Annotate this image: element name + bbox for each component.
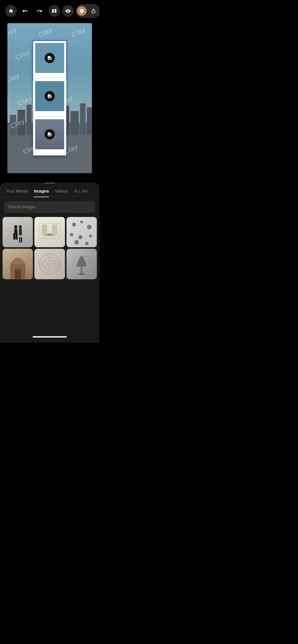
- frame-inner-2: +: [35, 81, 64, 111]
- split-view-button[interactable]: [48, 5, 60, 17]
- grid-item-1[interactable]: [3, 217, 33, 247]
- svg-point-35: [89, 235, 92, 238]
- share-button[interactable]: [88, 5, 99, 17]
- svg-rect-8: [71, 111, 79, 135]
- svg-point-32: [87, 225, 91, 229]
- toolbar-left: [5, 5, 45, 17]
- svg-rect-10: [87, 107, 92, 135]
- svg-rect-45: [81, 267, 82, 274]
- svg-rect-20: [16, 233, 18, 240]
- tab-ai-art[interactable]: A.I. Art: [74, 189, 87, 197]
- svg-rect-2: [18, 110, 25, 135]
- toolbar-right: [48, 4, 99, 18]
- arch-silhouette: [3, 249, 33, 279]
- svg-rect-9: [80, 103, 86, 135]
- preview-button[interactable]: [62, 5, 74, 17]
- svg-point-37: [85, 242, 88, 245]
- split-icon: [51, 8, 57, 14]
- photo-frame-3[interactable]: +: [33, 117, 66, 155]
- dark-texture-svg: [66, 217, 97, 247]
- svg-text:+: +: [50, 132, 51, 134]
- arch-svg: [8, 249, 28, 279]
- redo-button[interactable]: [34, 5, 45, 17]
- svg-rect-22: [19, 229, 22, 234]
- svg-text:+: +: [50, 56, 51, 58]
- svg-point-21: [19, 225, 22, 229]
- toolbar-right-group: [76, 4, 99, 18]
- lamp-silhouette: [66, 249, 97, 279]
- canvas-image-container: Clay Clay Clay Clay Clay Clay Clay Clay …: [7, 23, 92, 173]
- svg-rect-24: [21, 237, 22, 243]
- bottom-sheet: Your Media Images Videos A.I. Art: [0, 183, 99, 330]
- frame-inner-1: +: [35, 43, 64, 73]
- eye-icon: [65, 8, 71, 14]
- redo-icon: [37, 8, 42, 14]
- lamp-svg: [73, 253, 90, 275]
- image-grid: [0, 217, 99, 279]
- dark-texture: [66, 217, 97, 247]
- grid-item-6[interactable]: [66, 249, 97, 279]
- svg-point-30: [72, 223, 76, 227]
- room-silhouette: [34, 217, 65, 247]
- add-photo-button-2[interactable]: +: [45, 91, 55, 101]
- svg-point-33: [70, 233, 73, 237]
- add-photo-button-3[interactable]: +: [45, 129, 55, 139]
- svg-point-36: [74, 240, 79, 245]
- avatar-icon: [79, 9, 84, 13]
- photo-frame-1[interactable]: +: [33, 41, 66, 79]
- svg-point-46: [78, 273, 85, 275]
- wedding-svg: [10, 224, 25, 245]
- room-svg: [38, 222, 61, 242]
- add-photo-icon-1: +: [47, 55, 52, 61]
- wedding-silhouette: [3, 217, 33, 247]
- svg-rect-23: [19, 237, 20, 243]
- svg-rect-39: [15, 269, 21, 279]
- grid-item-4[interactable]: [3, 249, 33, 279]
- home-icon: [8, 8, 13, 13]
- mosaic-svg: [34, 249, 65, 279]
- home-button[interactable]: [5, 5, 17, 17]
- add-photo-icon-2: +: [47, 94, 52, 99]
- svg-text:+: +: [50, 94, 51, 96]
- tab-your-media[interactable]: Your Media: [6, 189, 28, 197]
- photo-frame-2[interactable]: +: [33, 79, 66, 117]
- search-input[interactable]: [4, 201, 95, 213]
- frames-container: + +: [33, 41, 66, 155]
- bottom-sheet-handle[interactable]: [45, 183, 55, 184]
- mosaic-pattern: [34, 249, 65, 279]
- tab-bar: Your Media Images Videos A.I. Art: [0, 189, 99, 197]
- grid-item-2[interactable]: [34, 217, 65, 247]
- canvas-area: Clay Clay Clay Clay Clay Clay Clay Clay …: [0, 22, 99, 180]
- grid-item-5[interactable]: [34, 249, 65, 279]
- svg-rect-3: [26, 105, 32, 135]
- add-photo-button-1[interactable]: +: [45, 53, 55, 63]
- undo-icon: [22, 8, 28, 14]
- svg-rect-1: [10, 115, 16, 135]
- svg-rect-27: [52, 225, 57, 235]
- toolbar: [0, 0, 99, 22]
- tab-images[interactable]: Images: [34, 189, 49, 197]
- home-indicator-container: [0, 330, 99, 343]
- add-photo-icon-3: +: [47, 132, 52, 137]
- undo-button[interactable]: [19, 5, 31, 17]
- svg-rect-29: [47, 233, 52, 236]
- grid-item-3[interactable]: [66, 217, 97, 247]
- svg-rect-26: [42, 225, 47, 235]
- svg-rect-19: [13, 233, 15, 240]
- home-indicator: [33, 336, 67, 338]
- svg-point-31: [80, 221, 83, 224]
- svg-point-34: [78, 235, 82, 239]
- avatar-button[interactable]: [77, 6, 87, 16]
- search-container: [0, 201, 99, 217]
- frame-inner-3: +: [35, 119, 64, 149]
- tab-videos[interactable]: Videos: [55, 189, 68, 197]
- share-icon: [91, 8, 96, 13]
- svg-point-17: [14, 225, 17, 229]
